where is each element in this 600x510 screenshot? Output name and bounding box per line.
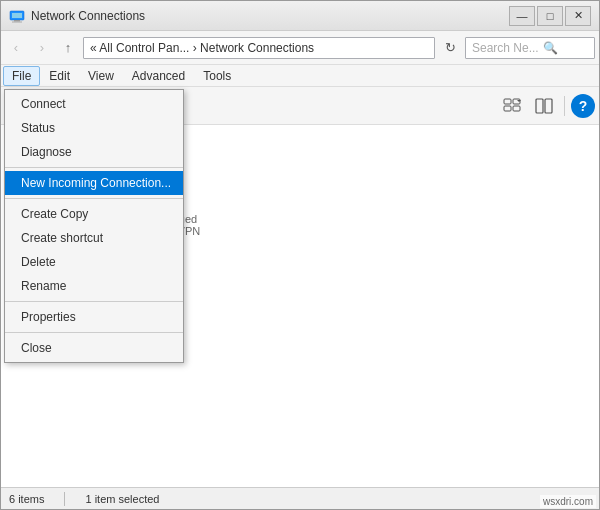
menu-tools[interactable]: Tools [194, 66, 240, 86]
ctx-sep-2 [5, 198, 183, 199]
search-placeholder: Search Ne... [472, 41, 539, 55]
ctx-connect[interactable]: Connect [5, 92, 183, 116]
main-window: Network Connections — □ ✕ ‹ › ↑ « All Co… [0, 0, 600, 510]
ctx-rename[interactable]: Rename [5, 274, 183, 298]
item-count: 6 items [9, 493, 44, 505]
ctx-properties[interactable]: Properties [5, 305, 183, 329]
menu-advanced[interactable]: Advanced [123, 66, 194, 86]
menu-file[interactable]: File Connect Status Diagnose New Incomin… [3, 66, 40, 86]
window-title: Network Connections [31, 9, 509, 23]
status-bar: 6 items 1 item selected [1, 487, 599, 509]
title-bar: Network Connections — □ ✕ [1, 1, 599, 31]
help-button[interactable]: ? [571, 94, 595, 118]
menu-bar: File Connect Status Diagnose New Incomin… [1, 65, 599, 87]
ctx-sep-1 [5, 167, 183, 168]
ctx-close[interactable]: Close [5, 336, 183, 360]
forward-button[interactable]: › [31, 37, 53, 59]
window-icon [9, 8, 25, 24]
search-icon: 🔍 [543, 41, 558, 55]
ctx-status[interactable]: Status [5, 116, 183, 140]
refresh-button[interactable]: ↻ [439, 37, 461, 59]
view-options-button[interactable] [498, 92, 526, 120]
search-box[interactable]: Search Ne... 🔍 [465, 37, 595, 59]
context-menu: Connect Status Diagnose New Incoming Con… [4, 89, 184, 363]
svg-rect-6 [504, 106, 511, 111]
ctx-create-shortcut[interactable]: Create shortcut [5, 226, 183, 250]
svg-rect-9 [536, 99, 543, 113]
close-button[interactable]: ✕ [565, 6, 591, 26]
back-button[interactable]: ‹ [5, 37, 27, 59]
address-path[interactable]: « All Control Pan... › Network Connectio… [83, 37, 435, 59]
window-controls: — □ ✕ [509, 6, 591, 26]
menu-edit[interactable]: Edit [40, 66, 79, 86]
svg-rect-7 [513, 106, 520, 111]
menu-view[interactable]: View [79, 66, 123, 86]
selected-count: 1 item selected [85, 493, 159, 505]
ctx-new-incoming[interactable]: New Incoming Connection... [5, 171, 183, 195]
status-separator [64, 492, 65, 506]
ctx-sep-4 [5, 332, 183, 333]
svg-rect-10 [545, 99, 552, 113]
svg-rect-2 [14, 20, 20, 22]
ctx-create-copy[interactable]: Create Copy [5, 202, 183, 226]
ctx-sep-3 [5, 301, 183, 302]
svg-rect-4 [504, 99, 511, 104]
ctx-delete[interactable]: Delete [5, 250, 183, 274]
svg-rect-1 [12, 13, 22, 18]
svg-rect-3 [12, 21, 22, 22]
ctx-diagnose[interactable]: Diagnose [5, 140, 183, 164]
toolbar-separator [564, 96, 565, 116]
panel-button[interactable] [530, 92, 558, 120]
up-button[interactable]: ↑ [57, 37, 79, 59]
maximize-button[interactable]: □ [537, 6, 563, 26]
minimize-button[interactable]: — [509, 6, 535, 26]
watermark: wsxdri.com [540, 495, 596, 508]
address-bar: ‹ › ↑ « All Control Pan... › Network Con… [1, 31, 599, 65]
